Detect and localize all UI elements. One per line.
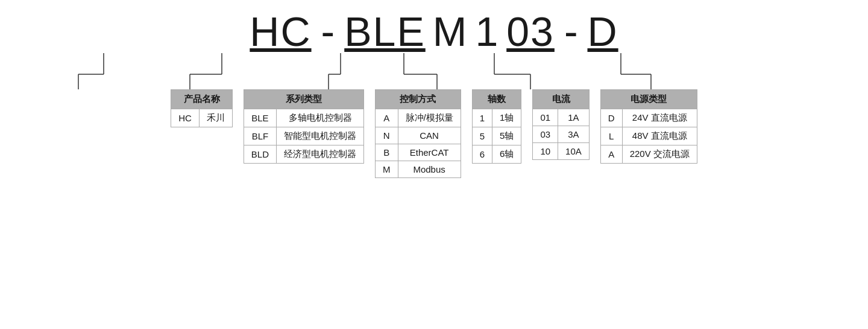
table-cell: N [376,127,398,144]
code-segment-1: 1 [471,11,503,52]
table-cell: 3A [558,126,590,143]
table-cell: 10 [533,143,558,160]
code-segment-m: M [429,11,472,52]
table-cell: BLD [244,145,276,164]
code-ble: BLE [341,11,429,52]
table-product-name: 产品名称 HC 禾川 [171,89,233,127]
table-row: BLF 智能型电机控制器 [244,127,363,145]
table-cell: 多轴电机控制器 [277,109,364,127]
table-cell: 1轴 [492,109,521,127]
table-cell: HC [171,109,200,127]
table-cell: 48V 直流电源 [622,127,697,145]
table-power-type: 电源类型 D 24V 直流电源 L 48V 直流电源 A 220V 交流电源 [600,89,697,164]
table-cell: 24V 直流电源 [622,109,697,127]
code-display-row: HC - BLE M 1 03 - D [246,11,621,52]
table-series-type: 系列类型 BLE 多轴电机控制器 BLF 智能型电机控制器 BLD 经济型电机控… [244,89,364,164]
table-cell: B [376,144,398,161]
table-series-type-header: 系列类型 [244,90,363,109]
table-row: A 220V 交流电源 [600,145,697,164]
table-control-mode-header: 控制方式 [376,90,461,109]
table-cell: 5轴 [492,127,521,145]
table-cell: A [600,145,622,164]
table-cell: M [376,161,398,178]
main-wrapper: HC - BLE M 1 03 - D [0,11,868,178]
table-cell: L [600,127,622,145]
table-row: 5 5轴 [472,127,521,145]
table-cell: EtherCAT [398,144,461,161]
table-cell: 智能型电机控制器 [277,127,364,145]
table-row: N CAN [376,127,461,144]
table-current-header: 电流 [533,90,589,109]
table-cell: A [376,109,398,127]
table-cell: CAN [398,127,461,144]
table-row: B EtherCAT [376,144,461,161]
table-cell: 5 [472,127,492,145]
table-row: BLD 经济型电机控制器 [244,145,363,164]
table-cell: 01 [533,109,558,126]
table-cell: 禾川 [199,109,232,127]
table-row: 03 3A [533,126,589,143]
table-cell: 10A [558,143,590,160]
table-cell: BLE [244,109,276,127]
table-row: 6 6轴 [472,145,521,164]
code-segment-d: D [584,11,622,52]
table-cell: BLF [244,127,276,145]
table-power-type-header: 电源类型 [600,90,697,109]
code-1: 1 [471,11,503,52]
table-row: 01 1A [533,109,589,126]
table-cell: 1A [558,109,590,126]
table-axis-count-header: 轴数 [472,90,521,109]
table-row: L 48V 直流电源 [600,127,697,145]
table-cell: 6 [472,145,492,164]
table-row: 10 10A [533,143,589,160]
table-cell: Modbus [398,161,461,178]
table-row: 1 1轴 [472,109,521,127]
code-d: D [584,11,622,52]
table-cell: D [600,109,622,127]
connector-area [60,53,808,89]
table-current: 电流 01 1A 03 3A 10 10A [532,89,589,160]
connector-svg [60,53,808,89]
table-row: A 脉冲/模拟量 [376,109,461,127]
table-row: HC 禾川 [171,109,233,127]
table-cell: 03 [533,126,558,143]
table-cell: 1 [472,109,492,127]
code-hc: HC [246,11,315,52]
table-control-mode: 控制方式 A 脉冲/模拟量 N CAN B EtherCAT M M [375,89,461,178]
tables-row: 产品名称 HC 禾川 系列类型 BLE 多轴电机控制器 [146,89,722,178]
table-row: D 24V 直流电源 [600,109,697,127]
code-03: 03 [503,11,558,52]
code-segment-hc: HC [246,11,315,52]
code-m: M [429,11,472,52]
table-axis-count: 轴数 1 1轴 5 5轴 6 6轴 [472,89,522,164]
code-segment-03: 03 [503,11,558,52]
code-dash-2: - [558,11,584,52]
table-row: M Modbus [376,161,461,178]
table-product-name-header: 产品名称 [171,90,233,109]
table-cell: 6轴 [492,145,521,164]
table-cell: 脉冲/模拟量 [398,109,461,127]
code-segment-ble: BLE [341,11,429,52]
table-row: BLE 多轴电机控制器 [244,109,363,127]
code-dash-1: - [315,11,341,52]
table-cell: 经济型电机控制器 [277,145,364,164]
table-cell: 220V 交流电源 [622,145,697,164]
